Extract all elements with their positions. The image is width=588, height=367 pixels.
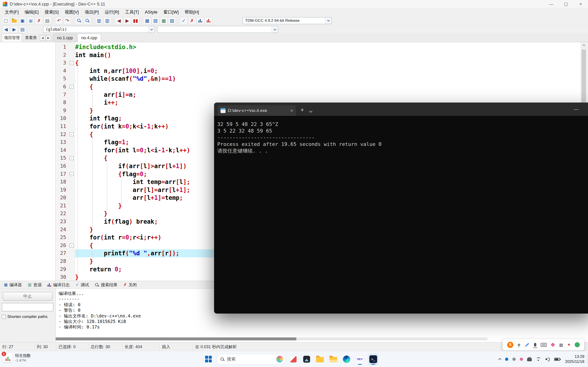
output-tab[interactable]: ✗关闭	[120, 281, 140, 289]
fold-collapse-icon[interactable]: -	[69, 132, 73, 136]
minimize-button[interactable]: —	[544, 0, 559, 8]
new-file-button[interactable]: ▢	[2, 17, 10, 24]
tray-app-blue-icon[interactable]	[505, 358, 508, 361]
console-window[interactable]: D:\dev-c++\no.4.exe × + — ▢ 32 59 5 48 2…	[214, 102, 588, 314]
menu-item[interactable]: 工具[T]	[122, 8, 142, 16]
code-line[interactable]: 2int main()	[56, 51, 581, 59]
find-in-files-button[interactable]: ▥	[95, 17, 103, 24]
class-browser-button[interactable]: ▤	[19, 26, 26, 33]
panel-tab[interactable]: 项目管理	[2, 33, 22, 42]
printer-icon[interactable]	[527, 358, 532, 361]
code-line[interactable]: 6- {	[56, 83, 581, 91]
scroll-up-icon[interactable]	[581, 42, 587, 48]
taskbar-app-edge[interactable]	[341, 353, 352, 365]
scrollbar-thumb[interactable]	[582, 50, 586, 103]
code-line[interactable]: 5 while(scanf("%d",&n)==1)	[56, 75, 581, 83]
show-desktop-button[interactable]	[587, 354, 588, 364]
taskbar-app-paint[interactable]	[288, 353, 299, 365]
search-daily-image[interactable]	[276, 356, 283, 363]
sogou-logo-icon[interactable]: S	[507, 342, 513, 348]
debug-button[interactable]: ✓	[180, 17, 188, 24]
volume-icon[interactable]	[545, 357, 550, 361]
taskbar-app-devcpp[interactable]: DEV	[355, 353, 365, 365]
taskbar-app-folder[interactable]	[315, 353, 325, 365]
abort-button[interactable]: ✗	[188, 17, 196, 24]
checkbox-icon[interactable]	[2, 315, 6, 319]
save-button[interactable]: ▣	[19, 17, 26, 24]
save-all-button[interactable]: ▣	[27, 17, 35, 24]
handwriting-pen-icon[interactable]	[525, 343, 529, 347]
pause-button[interactable]: ▮▮	[132, 17, 139, 24]
taskbar-app-photos[interactable]	[301, 353, 312, 365]
taskbar-app-terminal[interactable]: >_	[368, 353, 379, 365]
console-tab[interactable]: D:\dev-c++\no.4.exe ×	[218, 105, 296, 116]
menu-item[interactable]: 视图[V]	[62, 8, 82, 16]
output-tab[interactable]: ▦编译器	[1, 281, 25, 289]
run-button[interactable]: ▧	[152, 17, 159, 24]
apps-grid-icon[interactable]: ▦	[559, 342, 563, 348]
output-tab[interactable]: 编译日志	[44, 281, 73, 289]
new-tab-icon[interactable]: +	[300, 106, 304, 114]
fold-collapse-icon[interactable]: -	[69, 61, 73, 65]
menu-item[interactable]: 编辑[E]	[22, 8, 42, 16]
code-line[interactable]: 4 int n,arr[100],i=0;	[56, 67, 581, 75]
goto-definition-button[interactable]: ▶	[10, 26, 18, 33]
console-titlebar[interactable]: D:\dev-c++\no.4.exe × + — ▢	[214, 102, 588, 116]
back-button[interactable]: ◀	[115, 17, 123, 24]
scroll-left-icon[interactable]: ◀	[40, 35, 45, 41]
compile-button[interactable]: ▦	[143, 17, 151, 24]
output-tab[interactable]: 搜索结果	[92, 281, 120, 289]
compiler-progress-field[interactable]	[2, 303, 53, 311]
goto-line-button[interactable]: ▥	[103, 17, 111, 24]
editor-tab[interactable]: no.4.cpp	[78, 34, 101, 42]
tray-app-pink-icon[interactable]	[520, 358, 523, 361]
chevron-down-icon[interactable]	[271, 26, 278, 33]
taskbar-search[interactable]: 搜索	[216, 354, 285, 365]
menu-item[interactable]: 搜索[S]	[42, 8, 61, 16]
members-select[interactable]	[157, 26, 278, 33]
start-button[interactable]	[203, 353, 214, 365]
fold-collapse-icon[interactable]: -	[69, 85, 73, 89]
tab-close-icon[interactable]: ×	[290, 108, 293, 113]
goto-declaration-button[interactable]: ◀	[2, 26, 10, 33]
console-body[interactable]: 32 59 5 48 22 3 65^Z3 5 22 32 48 59 65--…	[214, 116, 588, 154]
console-maximize-button[interactable]: ▢	[584, 102, 588, 116]
forward-button[interactable]: ▶	[123, 17, 131, 24]
fold-collapse-icon[interactable]: -	[69, 244, 73, 248]
print-button[interactable]: ▤	[43, 17, 51, 24]
emoji-smiley-icon[interactable]	[575, 342, 580, 347]
pin-icon[interactable]	[518, 344, 520, 346]
redo-button[interactable]: ↷	[63, 17, 71, 24]
keyboard-icon[interactable]	[541, 343, 547, 347]
close-button[interactable]: ×	[573, 0, 588, 8]
battery-icon[interactable]	[554, 358, 560, 361]
menu-item[interactable]: 运行[R]	[102, 8, 122, 16]
menu-item[interactable]: 窗口[W]	[160, 8, 182, 16]
maximize-button[interactable]: ▢	[559, 0, 573, 8]
scroll-right-icon[interactable]: ▶	[45, 35, 51, 41]
scrollbar-thumb[interactable]	[56, 337, 296, 340]
menu-item[interactable]: 文件[F]	[2, 8, 22, 16]
undo-button[interactable]: ↶	[55, 17, 63, 24]
globals-select[interactable]: (globals)	[43, 26, 155, 33]
code-line[interactable]: 3-{	[56, 59, 581, 67]
widgets-button[interactable]: 5 恒生指数 -1.47%	[3, 353, 31, 362]
profile-delete-ic-button[interactable]	[205, 17, 212, 24]
profile-button[interactable]	[196, 17, 204, 24]
chevron-down-icon[interactable]	[148, 26, 155, 33]
microphone-icon[interactable]	[534, 343, 536, 347]
abort-button[interactable]: 中止	[3, 292, 52, 301]
shorten-paths-option[interactable]: Shorten compiler paths	[2, 315, 48, 319]
taskbar-app-explorer[interactable]	[328, 353, 338, 365]
console-minimize-button[interactable]: —	[569, 102, 584, 116]
output-tab[interactable]: ▥资源	[25, 281, 44, 289]
code-line[interactable]: 1#include<stdio.h>	[56, 43, 581, 51]
editor-tab[interactable]: no.1.cpp	[53, 34, 77, 42]
code-line[interactable]: 7 arr[i]=n;	[56, 91, 581, 99]
fold-collapse-icon[interactable]: -	[69, 172, 73, 176]
find-button[interactable]	[75, 17, 83, 24]
rebuild-button[interactable]: ▨	[168, 17, 176, 24]
project-panel[interactable]	[0, 42, 56, 281]
taskbar-clock[interactable]: 13:29 2025/11/18	[565, 351, 586, 367]
panel-tab[interactable]: 查看类	[23, 33, 39, 42]
